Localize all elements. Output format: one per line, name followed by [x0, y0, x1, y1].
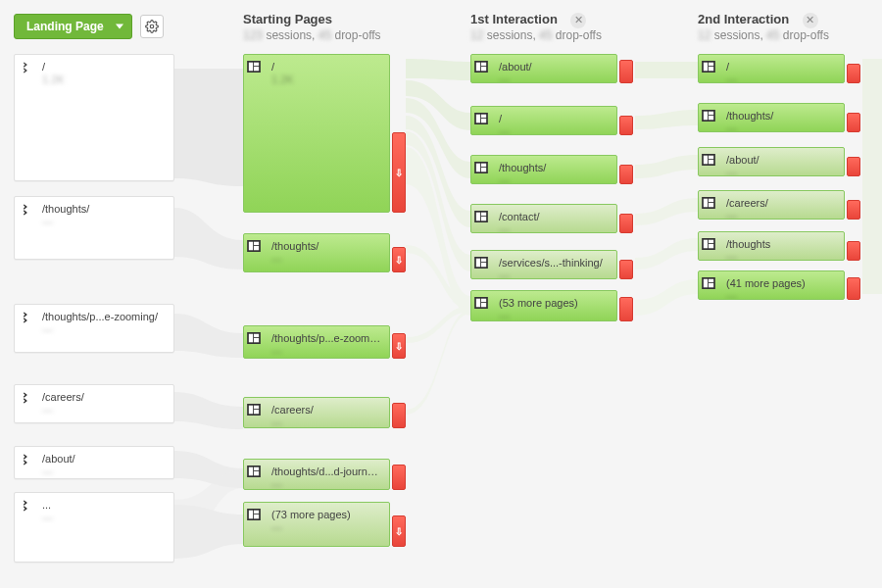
svg-rect-52	[709, 67, 713, 71]
svg-rect-72	[709, 283, 713, 287]
column-header-int1: 1st Interaction ✕ 12 sessions, 45 drop-o…	[470, 12, 602, 42]
svg-rect-58	[704, 156, 708, 165]
dropoff-s4[interactable]	[392, 465, 406, 490]
page-icon	[244, 326, 264, 358]
arrow-down-icon: ⇩	[395, 341, 403, 352]
starting-node-thoughts[interactable]: /thoughts/—	[243, 233, 390, 272]
dropoff-s5[interactable]: ⇩	[392, 515, 406, 547]
node-label: /thoughts/	[42, 203, 166, 215]
svg-rect-64	[709, 203, 713, 207]
landing-node-root[interactable]: / 1.2K	[14, 54, 174, 181]
int2-node-about[interactable]: /about/—	[698, 147, 845, 176]
dropoff-s3[interactable]	[392, 403, 406, 428]
node-value: 1.2K	[42, 74, 166, 85]
enter-icon	[15, 385, 34, 422]
int1-node-contact[interactable]: /contact/—	[470, 204, 617, 233]
int2-node-thoughts[interactable]: /thoughts/—	[698, 103, 845, 132]
landing-node-zooming[interactable]: /thoughts/p...e-zooming/—	[14, 304, 174, 353]
svg-rect-44	[481, 263, 486, 267]
svg-rect-20	[254, 471, 259, 475]
svg-rect-24	[254, 514, 259, 518]
svg-rect-59	[709, 156, 713, 159]
svg-rect-38	[476, 213, 480, 221]
int1-node-more[interactable]: (53 more pages)—	[470, 290, 617, 321]
dropoff-s1[interactable]: ⇩	[392, 247, 406, 272]
close-column-int1[interactable]: ✕	[570, 13, 586, 28]
dropoff-i0[interactable]	[619, 60, 633, 83]
dropoff-j5[interactable]	[847, 277, 860, 300]
svg-rect-27	[481, 63, 486, 66]
enter-icon	[15, 305, 34, 352]
svg-rect-7	[254, 242, 259, 245]
int2-node-more[interactable]: (41 more pages)—	[698, 270, 845, 300]
node-label: (73 more pages)	[271, 509, 381, 520]
dropoff-j2[interactable]	[847, 157, 860, 176]
int1-node-thoughts[interactable]: /thoughts/—	[470, 155, 617, 184]
dropoff-i2[interactable]	[619, 165, 633, 184]
svg-rect-40	[481, 217, 486, 220]
dropoff-j3[interactable]	[847, 200, 860, 220]
svg-rect-34	[476, 164, 480, 172]
svg-rect-46	[476, 299, 480, 308]
svg-rect-8	[254, 246, 259, 250]
dimension-select[interactable]: Landing Page	[14, 14, 132, 39]
node-label: /thoughts/	[271, 240, 381, 252]
starting-node-more[interactable]: (73 more pages)—	[243, 502, 390, 547]
node-label: ...	[42, 499, 166, 511]
dropoff-i3[interactable]	[619, 214, 633, 233]
starting-node-careers[interactable]: /careers/—	[243, 397, 390, 428]
page-icon	[244, 460, 264, 489]
chevron-down-icon	[116, 24, 123, 29]
svg-rect-10	[249, 334, 253, 343]
node-label: /about/	[42, 453, 166, 465]
svg-rect-22	[249, 511, 253, 519]
landing-node-more[interactable]: ...—	[14, 492, 174, 563]
page-icon	[699, 55, 718, 82]
int2-node-thoughts2[interactable]: /thoughts—	[698, 231, 845, 261]
dropoff-j0[interactable]	[847, 64, 860, 83]
dropoff-i5[interactable]	[619, 297, 633, 321]
dropoff-j1[interactable]	[847, 113, 860, 132]
int2-node-root[interactable]: /—	[698, 54, 845, 83]
enter-icon	[15, 55, 34, 180]
svg-rect-18	[249, 467, 253, 476]
settings-button[interactable]	[140, 15, 164, 38]
dimension-select-label: Landing Page	[26, 20, 104, 33]
node-label: /about/	[726, 154, 836, 166]
landing-node-thoughts[interactable]: /thoughts/—	[14, 196, 174, 260]
page-icon	[471, 291, 491, 320]
svg-rect-55	[709, 112, 713, 115]
svg-rect-30	[476, 115, 480, 123]
arrow-down-icon: ⇩	[395, 526, 403, 537]
page-icon	[471, 251, 491, 278]
landing-node-about[interactable]: /about/—	[14, 446, 174, 479]
page-icon	[699, 271, 718, 299]
enter-icon	[15, 493, 34, 562]
int2-node-careers[interactable]: /careers/—	[698, 190, 845, 220]
node-label: (41 more pages)	[726, 277, 836, 289]
int1-node-services[interactable]: /services/s...-thinking/—	[470, 250, 617, 279]
svg-rect-71	[709, 279, 713, 282]
dropoff-s0[interactable]: ⇩	[392, 132, 406, 213]
close-column-int2[interactable]: ✕	[803, 13, 818, 28]
starting-node-zooming[interactable]: /thoughts/p...e-zooming/—	[243, 325, 390, 359]
page-icon	[471, 107, 491, 134]
landing-node-careers[interactable]: /careers/—	[14, 384, 174, 423]
starting-node-root[interactable]: /1.2K	[243, 54, 390, 213]
node-label: /	[271, 61, 381, 73]
enter-icon	[15, 447, 34, 478]
page-icon	[699, 232, 718, 260]
int1-node-root[interactable]: /—	[470, 106, 617, 135]
svg-rect-42	[476, 259, 480, 268]
svg-point-0	[150, 24, 154, 28]
dropoff-s2[interactable]: ⇩	[392, 333, 406, 359]
dropoff-j4[interactable]	[847, 241, 860, 261]
int1-node-about[interactable]: /about/—	[470, 54, 617, 83]
svg-rect-47	[481, 299, 486, 302]
svg-rect-28	[481, 67, 486, 71]
svg-rect-15	[254, 406, 259, 409]
svg-rect-31	[481, 115, 486, 118]
dropoff-i4[interactable]	[619, 260, 633, 279]
dropoff-i1[interactable]	[619, 116, 633, 135]
starting-node-journey[interactable]: /thoughts/d...d-journey/—	[243, 459, 390, 490]
